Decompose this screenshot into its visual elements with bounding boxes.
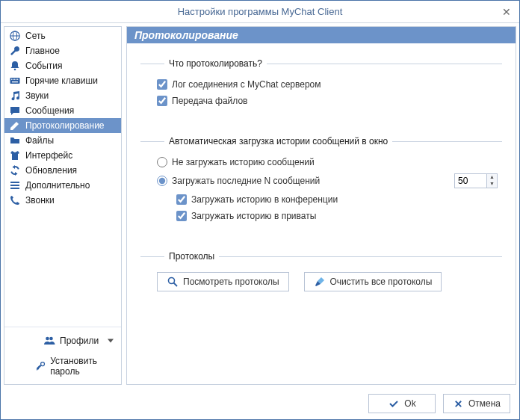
sidebar-item-messages[interactable]: Сообщения — [4, 103, 121, 118]
svg-rect-8 — [16, 79, 16, 80]
cancel-button[interactable]: Отмена — [443, 394, 510, 413]
checkbox-log-connection[interactable] — [157, 79, 167, 90]
spinner-down-icon[interactable]: ▼ — [487, 181, 497, 188]
set-password-label: Установить пароль — [50, 356, 115, 377]
svg-rect-4 — [10, 78, 20, 84]
svg-rect-7 — [14, 79, 15, 80]
sidebar-item-sounds[interactable]: Звуки — [4, 88, 121, 103]
protocols-buttons-row: Посмотреть протоколы Очистить все проток… — [157, 272, 498, 291]
sidebar-item-calls[interactable]: Звонки — [4, 193, 121, 208]
group-protocols: Протоколы Посмотреть протоколы — [140, 251, 502, 291]
checkbox-history-conference[interactable] — [176, 194, 187, 205]
content-panel: Протоколирование Что протоколировать? Ло… — [126, 26, 516, 385]
sidebar-item-label: События — [25, 61, 63, 71]
ok-button[interactable]: Ok — [368, 394, 436, 413]
sidebar-item-hotkeys[interactable]: Горячие клавиши — [4, 73, 121, 88]
view-protocols-button[interactable]: Посмотреть протоколы — [157, 272, 289, 291]
sidebar-item-interface[interactable]: Интерфейс — [4, 148, 121, 163]
sidebar-footer: Профили Установить пароль — [4, 327, 121, 384]
sidebar-item-network[interactable]: Сеть — [4, 28, 121, 43]
sidebar-item-label: Сообщения — [25, 105, 74, 116]
sidebar-item-label: Звуки — [25, 90, 49, 101]
sidebar-item-additional[interactable]: Дополнительно — [4, 178, 121, 193]
svg-rect-6 — [13, 79, 13, 80]
svg-rect-5 — [11, 79, 12, 80]
svg-point-3 — [14, 69, 16, 71]
svg-point-14 — [46, 337, 49, 341]
pencil-icon — [9, 120, 21, 132]
settings-window: Настройки программы MyChat Client ✕ Сеть… — [0, 0, 520, 420]
sidebar-item-main[interactable]: Главное — [4, 43, 121, 58]
key-icon — [36, 360, 46, 372]
check-icon — [388, 398, 400, 410]
wrench-icon — [9, 45, 21, 57]
button-label: Очистить все протоколы — [330, 277, 433, 287]
svg-rect-12 — [10, 185, 19, 186]
spinner-buttons[interactable]: ▲ ▼ — [487, 173, 498, 188]
profiles-label: Профили — [60, 336, 99, 346]
sidebar-item-label: Дополнительно — [25, 180, 90, 191]
radio-label: Не загружать историю сообщений — [172, 157, 315, 167]
button-label: Ok — [404, 398, 415, 409]
profiles-button[interactable]: Профили — [4, 330, 121, 351]
refresh-icon — [9, 164, 21, 176]
row-radio-last-n: Загружать последние N сообщений ▲ ▼ — [157, 173, 498, 188]
row-log-files: Передача файлов — [157, 96, 498, 106]
broom-icon — [314, 276, 326, 288]
svg-rect-10 — [12, 81, 18, 82]
row-radio-none: Не загружать историю сообщений — [157, 157, 498, 167]
sidebar-item-label: Сеть — [25, 31, 46, 41]
close-icon[interactable]: ✕ — [500, 5, 513, 19]
users-icon — [43, 335, 55, 347]
sidebar-item-files[interactable]: Файлы — [4, 133, 121, 148]
sidebar-item-label: Интерфейс — [25, 150, 72, 161]
sidebar-item-label: Главное — [25, 46, 60, 56]
window-body: Сеть Главное События — [1, 23, 519, 388]
phone-icon — [9, 194, 21, 206]
content-body: Что протоколировать? Лог соединения с My… — [127, 43, 516, 384]
svg-rect-11 — [10, 182, 19, 183]
input-n-messages[interactable] — [454, 173, 487, 188]
folder-icon — [9, 135, 21, 146]
radio-no-history[interactable] — [157, 157, 167, 167]
set-password-button[interactable]: Установить пароль — [4, 351, 121, 381]
button-label: Отмена — [468, 398, 501, 409]
svg-rect-13 — [10, 188, 19, 189]
search-icon — [167, 276, 179, 288]
group-legend: Протоколы — [164, 251, 219, 262]
sidebar-item-events[interactable]: События — [4, 58, 121, 73]
checkbox-history-private[interactable] — [176, 211, 187, 221]
row-log-connection: Лог соединения с MyChat сервером — [157, 79, 498, 90]
globe-icon — [9, 30, 21, 42]
chat-icon — [9, 105, 21, 117]
button-label: Посмотреть протоколы — [183, 277, 279, 287]
checkbox-log-files[interactable] — [157, 96, 167, 106]
sidebar-item-updates[interactable]: Обновления — [4, 163, 121, 178]
sidebar-item-label: Звонки — [25, 195, 55, 206]
shirt-icon — [9, 149, 21, 161]
row-chk-private: Загружать историю в приваты — [176, 211, 498, 221]
group-history-load: Автоматическая загрузка истории сообщени… — [140, 136, 502, 227]
bell-icon — [9, 60, 21, 72]
list-icon — [9, 179, 21, 191]
spinner-up-icon[interactable]: ▲ — [487, 174, 497, 181]
chevron-down-icon — [108, 339, 114, 343]
spinner-n: ▲ ▼ — [454, 173, 498, 188]
sidebar-item-logging[interactable]: Протоколирование — [4, 118, 121, 133]
checkbox-label: Передача файлов — [172, 96, 248, 106]
close-icon — [453, 398, 464, 410]
group-legend: Что протоколировать? — [164, 58, 267, 69]
clear-protocols-button[interactable]: Очистить все протоколы — [304, 272, 442, 291]
sidebar-item-label: Протоколирование — [25, 120, 105, 131]
svg-point-17 — [169, 278, 175, 284]
checkbox-label: Загружать историю в приваты — [191, 211, 316, 221]
row-chk-conference: Загружать историю в конференции — [176, 194, 498, 205]
radio-label: Загружать последние N сообщений — [172, 176, 320, 186]
checkbox-label: Лог соединения с MyChat сервером — [172, 79, 321, 90]
sidebar-item-label: Файлы — [25, 135, 54, 146]
svg-point-15 — [49, 337, 53, 341]
group-legend: Автоматическая загрузка истории сообщени… — [164, 136, 392, 146]
sidebar-item-label: Горячие клавиши — [25, 75, 98, 86]
svg-rect-9 — [17, 79, 18, 80]
radio-last-n[interactable] — [157, 176, 167, 186]
